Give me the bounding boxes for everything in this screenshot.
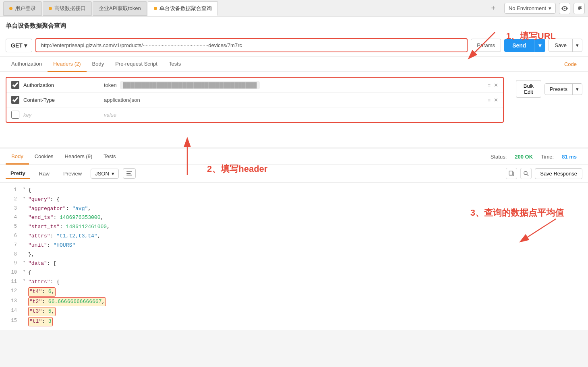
content-type-checkbox[interactable] [11, 96, 19, 104]
fold-button [22, 241, 27, 246]
environment-selector[interactable]: No Environment ▾ [504, 3, 556, 14]
response-tab[interactable]: Headers (9) [59, 149, 98, 165]
json-line: 3 "aggregator": "avg", [0, 204, 588, 214]
content-type-value: application/json [104, 97, 487, 103]
tab-label: 单台设备数据聚合查询 [159, 5, 212, 12]
env-label: No Environment [509, 5, 546, 11]
method-chevron-icon: ▾ [24, 42, 27, 49]
method-dropdown[interactable]: GET ▾ [6, 39, 32, 52]
format-chevron-icon: ▾ [112, 171, 114, 177]
request-tab[interactable]: Pre-request Script [110, 57, 163, 72]
presets-button[interactable]: Presets ▾ [545, 83, 582, 95]
tab-item[interactable]: 单台设备数据聚合查询 [148, 1, 218, 16]
fold-button[interactable]: ▾ [22, 260, 27, 264]
code-link[interactable]: Code [559, 57, 582, 71]
send-dropdown-icon[interactable]: ▾ [534, 39, 545, 52]
eye-icon[interactable] [559, 3, 570, 14]
response-actions: Save Response [506, 168, 582, 179]
delete-icon[interactable]: ✕ [494, 82, 498, 88]
tab-dot [154, 7, 157, 10]
save-response-button[interactable]: Save Response [535, 168, 582, 179]
copy-icon[interactable] [506, 168, 517, 179]
url-input[interactable] [35, 38, 468, 52]
tab-label: 高级数据接口 [54, 5, 86, 12]
json-line: 9▾ "data": [ [0, 259, 588, 268]
page-title: 单台设备数据聚合查询 [0, 17, 588, 34]
fold-button [22, 214, 27, 219]
json-line: 10▾ { [0, 268, 588, 278]
format-label: JSON [95, 171, 109, 177]
fold-button[interactable]: ▾ [22, 196, 27, 200]
header-row-new: key value [6, 107, 503, 122]
svg-rect-8 [509, 171, 513, 175]
response-status-area: Status: 200 OK Time: 81 ms [485, 154, 582, 160]
settings-icon[interactable] [574, 3, 585, 14]
new-header-value[interactable]: value [104, 112, 498, 118]
json-line: 4 "end_ts": 1486976353000, [0, 213, 588, 223]
tab-label: 用户登录 [15, 5, 36, 12]
header-row-authorization: Authorization token ████████████████████… [6, 78, 503, 93]
wrap-button[interactable] [123, 168, 136, 179]
preview-button[interactable]: Preview [58, 169, 87, 179]
response-tab[interactable]: Cookies [29, 149, 59, 165]
header-row-content-type: Content-Type application/json ≡ ✕ [6, 93, 503, 107]
pretty-button[interactable]: Pretty [6, 168, 30, 179]
tab-item[interactable]: 企业API获取token [93, 1, 147, 16]
tab-item[interactable]: 用户登录 [3, 1, 42, 16]
params-button[interactable]: Params [471, 39, 501, 52]
fold-button [22, 297, 27, 302]
request-tab[interactable]: Body [87, 57, 110, 72]
raw-button[interactable]: Raw [34, 169, 54, 179]
status-label: Status: [491, 154, 507, 160]
json-line: 6 "attrs": "t1,t2,t3,t4", [0, 232, 588, 241]
json-line: 12 "t4": 6, [0, 287, 588, 297]
fold-button [22, 223, 27, 228]
headers-table: Authorization token ████████████████████… [6, 77, 504, 123]
tab-dot [9, 7, 12, 10]
authorization-actions: ≡ ✕ [487, 82, 498, 88]
chevron-down-icon: ▾ [549, 5, 551, 11]
presets-label: Presets [545, 84, 572, 95]
fold-button [22, 232, 27, 237]
request-tab[interactable]: Authorization [6, 57, 48, 72]
new-header-key[interactable]: key [23, 112, 104, 118]
request-tab[interactable]: Headers (2) [48, 57, 87, 72]
content-type-actions: ≡ ✕ [487, 97, 498, 103]
fold-button [22, 307, 27, 312]
json-line: 2▾ "query": { [0, 195, 588, 204]
fold-button [22, 317, 27, 322]
fold-button[interactable]: ▾ [22, 278, 27, 283]
save-button[interactable]: Save ▾ [549, 39, 582, 52]
tab-label: 企业API获取token [99, 5, 141, 12]
fold-button [22, 287, 27, 292]
request-tab[interactable]: Tests [163, 57, 186, 72]
save-dropdown-icon[interactable]: ▾ [572, 39, 582, 52]
response-tab[interactable]: Body [6, 149, 29, 165]
send-label: Send [504, 39, 534, 52]
bulk-edit-button[interactable]: Bulk Edit [516, 80, 541, 98]
search-icon[interactable] [520, 168, 532, 179]
delete-icon-2[interactable]: ✕ [494, 97, 498, 103]
response-tabs-bar: BodyCookiesHeaders (9)Tests Status: 200 … [0, 149, 588, 165]
tab-item[interactable]: 高级数据接口 [43, 1, 92, 16]
svg-rect-5 [126, 173, 130, 174]
menu-icon-2[interactable]: ≡ [487, 97, 491, 103]
new-tab-button[interactable]: + [487, 2, 499, 14]
authorization-token: ████████████████████████████████████ [120, 81, 260, 89]
url-bar: GET ▾ Params Send ▾ Save ▾ [0, 34, 588, 57]
menu-icon[interactable]: ≡ [487, 82, 491, 88]
fold-button[interactable]: ▾ [22, 269, 27, 274]
tab-dot [49, 7, 52, 10]
format-selector[interactable]: JSON ▾ [91, 169, 119, 179]
json-line: 14 "t3": 5, [0, 307, 588, 317]
tabs-bar: 用户登录高级数据接口企业API获取token单台设备数据聚合查询 + No En… [0, 0, 588, 17]
method-label: GET [11, 42, 23, 49]
new-header-checkbox[interactable] [11, 111, 19, 119]
time-label: Time: [541, 154, 554, 160]
response-tab[interactable]: Tests [98, 149, 121, 165]
bulk-presets-area: Bulk Edit Presets ▾ [516, 77, 582, 101]
fold-button[interactable]: ▾ [22, 186, 27, 191]
svg-line-10 [527, 174, 528, 176]
send-button[interactable]: Send ▾ [504, 39, 545, 52]
authorization-checkbox[interactable] [11, 81, 19, 89]
